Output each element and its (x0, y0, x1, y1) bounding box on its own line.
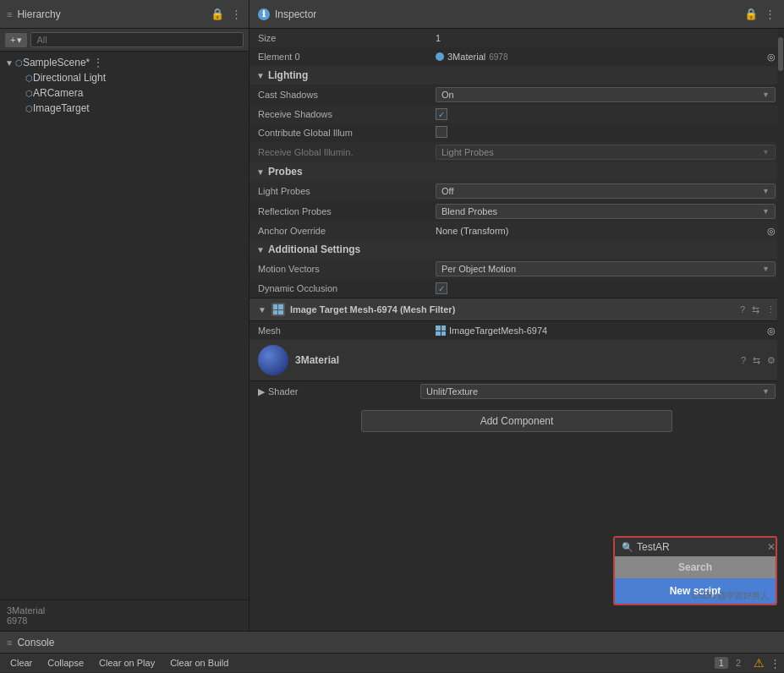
hierarchy-scene-item[interactable]: ▼ ⬡ SampleScene* ⋮ (0, 55, 249, 70)
console-clear-btn[interactable]: Clear (3, 656, 39, 670)
probes-section-header[interactable]: ▼ Probes (249, 162, 784, 181)
mesh-target-icon[interactable]: ◎ (767, 326, 776, 336)
receive-gi-label: Receive Global Illumin. (258, 147, 436, 157)
light-probes-label: Light Probes (258, 186, 436, 196)
motion-vectors-dropdown[interactable]: Per Object Motion ▼ (436, 261, 776, 276)
motion-vectors-value: Per Object Motion (441, 264, 516, 274)
dynamic-occlusion-label: Dynamic Occlusion (258, 283, 436, 293)
material-settings-btn[interactable]: ⇆ (753, 355, 760, 366)
motion-vectors-row: Motion Vectors Per Object Motion ▼ (249, 259, 784, 279)
mesh-filter-settings-btn[interactable]: ⇆ (752, 304, 759, 315)
reflection-probes-row: Reflection Probes Blend Probes ▼ (249, 201, 784, 222)
receive-shadows-label: Receive Shadows (258, 109, 436, 119)
console-clear-on-build-btn[interactable]: Clear on Build (163, 656, 235, 670)
search-results-btn[interactable]: Search (615, 556, 776, 578)
hierarchy-item-arcamera[interactable]: ⬡ ARCamera (0, 85, 249, 101)
receive-gi-dropdown[interactable]: Light Probes ▼ (436, 145, 776, 160)
mesh-row: Mesh ImageTargetMesh-6974 ◎ (249, 321, 784, 340)
additional-settings-title: Additional Settings (268, 243, 360, 255)
shader-arrow-icon: ▼ (762, 387, 770, 396)
inspector-lock-btn[interactable]: 🔒 (744, 8, 758, 20)
mesh-filter-icon (271, 303, 285, 316)
hierarchy-panel: ≡ Hierarchy 🔒 ⋮ +▾ ▼ ⬡ SampleScene* ⋮ (0, 0, 249, 631)
receive-shadows-row: Receive Shadows ✓ (249, 105, 784, 123)
contribute-gi-label: Contribute Global Illum (258, 128, 436, 138)
mesh-label: Mesh (258, 326, 436, 336)
dynamic-occlusion-checkbox[interactable]: ✓ (436, 282, 447, 294)
mesh-filter-more-btn[interactable]: ⋮ (766, 304, 776, 315)
receive-gi-row: Receive Global Illumin. Light Probes ▼ (249, 142, 784, 162)
shader-dropdown[interactable]: Unlit/Texture ▼ (420, 384, 776, 399)
console-header: ≡ Console (0, 632, 784, 654)
light-probes-row: Light Probes Off ▼ (249, 181, 784, 201)
console-page-1[interactable]: 1 (715, 657, 728, 669)
mesh-filter-help-btn[interactable]: ? (740, 304, 745, 315)
hierarchy-search-input[interactable] (30, 32, 244, 47)
additional-settings-header[interactable]: ▼ Additional Settings (249, 240, 784, 259)
cast-shadows-arrow-icon: ▼ (762, 90, 770, 99)
receive-gi-value: Light Probes (441, 147, 494, 157)
light-probes-value: Off (441, 186, 453, 196)
element0-row: Element 0 3Material 6978 ◎ (249, 47, 784, 66)
material-name: 3Material (295, 354, 734, 366)
lighting-title: Lighting (268, 69, 308, 81)
scene-item-label: ImageTarget (33, 102, 90, 114)
hierarchy-content: ▼ ⬡ SampleScene* ⋮ ⬡ Directional Light ⬡… (0, 52, 249, 599)
console-panel: ≡ Console Clear Collapse Clear on Play C… (0, 631, 784, 673)
light-probes-arrow-icon: ▼ (762, 187, 770, 195)
console-page-2[interactable]: 2 (732, 657, 745, 669)
console-menu-icon: ≡ (7, 637, 12, 648)
motion-vectors-label: Motion Vectors (258, 264, 436, 274)
cast-shadows-value: On (441, 90, 454, 100)
scene-item-label: ARCamera (33, 87, 83, 99)
cast-shadows-dropdown[interactable]: On ▼ (436, 87, 776, 102)
lighting-section-header[interactable]: ▼ Lighting (249, 66, 784, 85)
console-title: Console (17, 637, 54, 648)
material-help-btn[interactable]: ? (741, 355, 746, 365)
inspector-title: Inspector (275, 8, 316, 20)
anchor-override-value: None (Transform) (436, 226, 764, 236)
shader-row: ▶ Shader Unlit/Texture ▼ (249, 381, 784, 402)
hierarchy-more-btn[interactable]: ⋮ (231, 8, 242, 20)
reflection-probes-label: Reflection Probes (258, 206, 436, 216)
mesh-filter-expand-arrow[interactable]: ▼ (258, 305, 266, 315)
additional-arrow-icon: ▼ (256, 245, 265, 254)
light-probes-dropdown[interactable]: Off ▼ (436, 183, 776, 199)
hierarchy-toolbar: +▾ (0, 29, 249, 52)
console-collapse-btn[interactable]: Collapse (41, 656, 90, 670)
contribute-gi-row: Contribute Global Illum (249, 123, 784, 142)
receive-shadows-checkbox[interactable]: ✓ (436, 108, 447, 120)
hierarchy-lock-btn[interactable]: 🔒 (211, 8, 224, 20)
shader-expand-arrow[interactable]: ▶ (258, 386, 265, 397)
element0-value: 3Material (447, 52, 485, 62)
console-clear-on-play-btn[interactable]: Clear on Play (92, 656, 162, 670)
shader-label: Shader (268, 386, 420, 397)
add-component-btn[interactable]: Add Component (361, 410, 672, 432)
csdn-watermark: CSDN @宇宙好男人 (692, 590, 769, 602)
material-section: 3Material ? ⇆ ⚙ (249, 340, 784, 381)
material-gear-btn[interactable]: ⚙ (767, 355, 776, 366)
search-clear-btn[interactable]: ✕ (767, 541, 776, 553)
element0-target-icon[interactable]: ◎ (767, 52, 776, 63)
anchor-override-target-icon[interactable]: ◎ (767, 226, 776, 237)
hierarchy-item-directional-light[interactable]: ⬡ Directional Light (0, 70, 249, 85)
motion-vectors-arrow-icon: ▼ (762, 265, 770, 273)
cast-shadows-row: Cast Shadows On ▼ (249, 85, 784, 105)
inspector-more-btn[interactable]: ⋮ (765, 8, 776, 20)
inspector-header: ℹ Inspector 🔒 ⋮ (249, 0, 784, 29)
hierarchy-header: ≡ Hierarchy 🔒 ⋮ (0, 0, 249, 29)
reflection-probes-value: Blend Probes (441, 206, 497, 216)
hierarchy-menu-icon: ≡ (7, 9, 12, 19)
hierarchy-item-imagetarget[interactable]: ⬡ ImageTarget (0, 101, 249, 116)
console-more-btn[interactable]: ⋮ (770, 657, 781, 670)
lighting-arrow-icon: ▼ (256, 71, 265, 80)
dynamic-occlusion-row: Dynamic Occlusion ✓ (249, 279, 784, 298)
inspector-panel: ℹ Inspector 🔒 ⋮ Size 1 Element 0 3Materi… (249, 0, 784, 631)
reflection-probes-arrow-icon: ▼ (762, 207, 770, 216)
hierarchy-add-btn[interactable]: +▾ (5, 33, 27, 47)
search-input-field[interactable] (637, 541, 764, 553)
inspector-scroll-thumb[interactable] (778, 37, 783, 71)
contribute-gi-checkbox[interactable] (436, 126, 447, 138)
inspector-scrollbar[interactable] (777, 29, 784, 631)
reflection-probes-dropdown[interactable]: Blend Probes ▼ (436, 204, 776, 219)
